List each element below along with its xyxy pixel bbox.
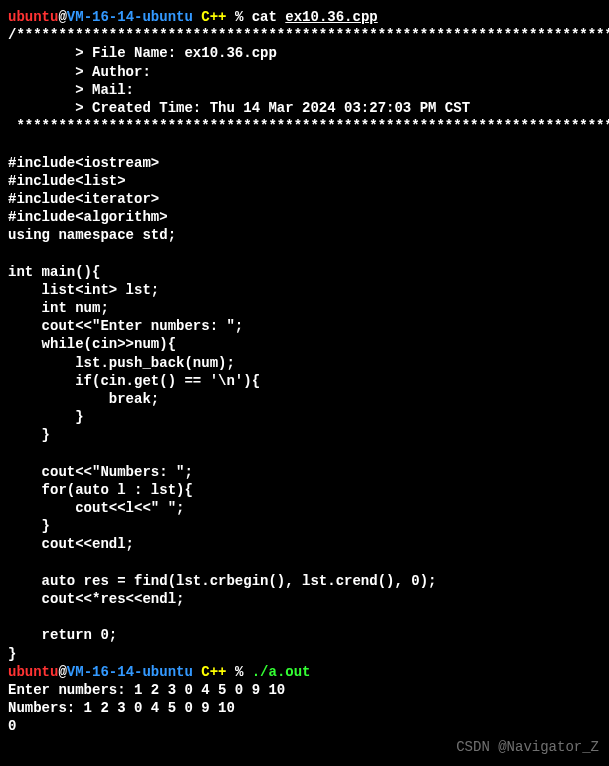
prompt-percent: % xyxy=(235,663,252,681)
prompt-at: @ xyxy=(58,8,66,26)
source-code-output: /***************************************… xyxy=(8,26,601,663)
prompt-dir: C++ xyxy=(193,8,235,26)
watermark-text: CSDN @Navigator_Z xyxy=(456,738,599,756)
prompt-user: ubuntu xyxy=(8,8,58,26)
shell-prompt-1: ubuntu@VM-16-14-ubuntu C++ % cat ex10.36… xyxy=(8,8,601,26)
shell-prompt-2: ubuntu@VM-16-14-ubuntu C++ % ./a.out xyxy=(8,663,601,681)
prompt-user: ubuntu xyxy=(8,663,58,681)
prompt-command[interactable]: cat xyxy=(252,8,286,26)
prompt-host: VM-16-14-ubuntu xyxy=(67,8,193,26)
prompt-argument[interactable]: ex10.36.cpp xyxy=(285,8,377,26)
prompt-at: @ xyxy=(58,663,66,681)
program-output: Enter numbers: 1 2 3 0 4 5 0 9 10 Number… xyxy=(8,681,601,736)
prompt-command[interactable]: ./a.out xyxy=(252,663,311,681)
prompt-dir: C++ xyxy=(193,663,235,681)
prompt-percent: % xyxy=(235,8,252,26)
prompt-host: VM-16-14-ubuntu xyxy=(67,663,193,681)
